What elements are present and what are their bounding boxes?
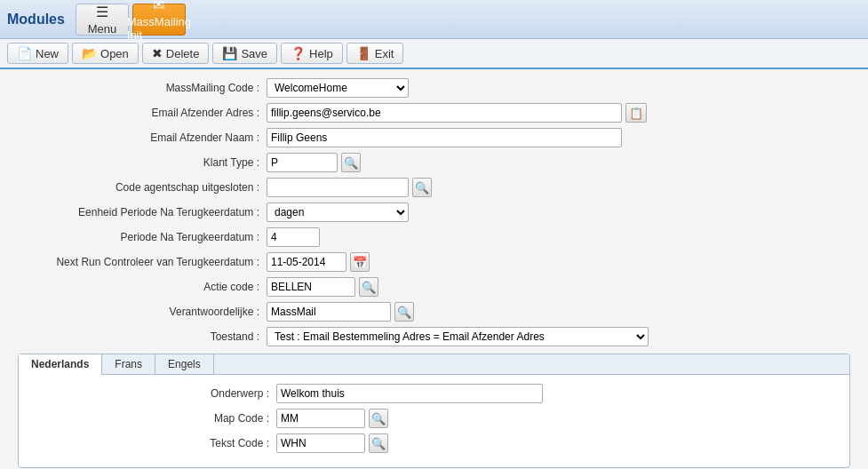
next-run-row: Next Run Controleer van Terugkeerdatum :… <box>18 252 850 272</box>
code-agentschap-label: Code agentschap uitgesloten : <box>18 181 267 194</box>
search-icon: 🔍 <box>371 437 386 450</box>
email-afzender-naam-control <box>267 128 850 147</box>
massmailing-code-select[interactable]: WelcomeHome <box>267 78 409 98</box>
email-afzender-naam-label: Email Afzender Naam : <box>18 131 267 144</box>
code-agentschap-input[interactable] <box>267 178 409 197</box>
eenheid-periode-label: Eenheid Periode Na Terugkeerdatum : <box>18 206 267 219</box>
save-icon: 💾 <box>222 46 237 60</box>
onderwerp-control <box>276 384 840 403</box>
action-bar: 📄 New 📂 Open ✖ Delete 💾 Save ❓ Help 🚪 Ex… <box>0 39 868 69</box>
actie-code-label: Actie code : <box>18 281 267 293</box>
klant-type-control: 🔍 <box>267 153 850 172</box>
menu-icon: ☰ <box>96 4 108 20</box>
actie-code-input[interactable] <box>267 277 355 297</box>
email-afzender-adres-control: 📋 <box>267 103 850 123</box>
tab-frans[interactable]: Frans <box>102 354 155 374</box>
actie-code-control: 🔍 <box>267 277 850 297</box>
new-icon: 📄 <box>17 46 32 60</box>
delete-button[interactable]: ✖ Delete <box>142 43 210 64</box>
exit-button[interactable]: 🚪 Exit <box>346 43 404 64</box>
help-button[interactable]: ❓ Help <box>281 43 343 64</box>
massmailing-code-control: WelcomeHome <box>267 78 850 98</box>
verantwoordelijke-search-button[interactable]: 🔍 <box>394 302 414 322</box>
klant-type-search-button[interactable]: 🔍 <box>341 153 361 172</box>
tabs-content: Onderwerp : Map Code : 🔍 Tekst Code : <box>19 375 849 467</box>
onderwerp-label: Onderwerp : <box>28 387 276 400</box>
search-icon: 🔍 <box>397 306 411 319</box>
search-icon: 🔍 <box>344 156 358 170</box>
massmailing-code-label: MassMailing Code : <box>18 82 267 94</box>
new-button[interactable]: 📄 New <box>7 43 68 64</box>
massmailing-icon: ✉ <box>153 0 164 13</box>
delete-icon: ✖ <box>152 46 163 60</box>
calendar-button[interactable]: 📅 <box>350 252 370 272</box>
verantwoordelijke-control: 🔍 <box>267 302 850 322</box>
periode-na-input[interactable] <box>267 227 320 247</box>
tekst-code-search-button[interactable]: 🔍 <box>369 433 388 453</box>
main-content: MassMailing Code : WelcomeHome Email Afz… <box>0 69 868 469</box>
verantwoordelijke-input[interactable] <box>267 302 391 322</box>
tekst-code-input[interactable] <box>276 433 365 453</box>
map-code-label: Map Code : <box>28 412 276 425</box>
map-code-control: 🔍 <box>276 409 840 428</box>
save-button[interactable]: 💾 Save <box>212 43 277 64</box>
help-label: Help <box>309 47 333 60</box>
tabs-section: Nederlands Frans Engels Onderwerp : Map … <box>18 354 850 468</box>
klant-type-input[interactable] <box>267 153 338 172</box>
exit-label: Exit <box>375 47 394 60</box>
verantwoordelijke-label: Verantwoordelijke : <box>18 306 267 318</box>
onderwerp-input[interactable] <box>276 384 543 403</box>
open-icon: 📂 <box>82 46 97 60</box>
menu-button[interactable]: ☰ Menu <box>76 4 129 36</box>
actie-code-search-button[interactable]: 🔍 <box>359 277 378 297</box>
tab-nederlands[interactable]: Nederlands <box>19 354 102 375</box>
next-run-control: 📅 <box>267 252 850 272</box>
tekst-code-label: Tekst Code : <box>28 437 276 449</box>
map-code-input[interactable] <box>276 409 365 428</box>
toestand-select[interactable]: Test : Email Bestemmeling Adres = Email … <box>267 327 649 346</box>
tab-engels[interactable]: Engels <box>155 354 214 374</box>
exit-icon: 🚪 <box>356 46 371 60</box>
help-icon: ❓ <box>291 46 306 60</box>
periode-na-label: Periode Na Terugkeerdatum : <box>18 231 267 243</box>
header-bar: Modules ☰ Menu ✉ MassMailing Init <box>0 0 868 39</box>
massmailing-label: MassMailing Init <box>127 15 191 42</box>
map-code-search-button[interactable]: 🔍 <box>369 409 388 428</box>
open-label: Open <box>100 47 129 60</box>
code-agentschap-row: Code agentschap uitgesloten : 🔍 <box>18 178 850 197</box>
calendar-icon: 📅 <box>353 256 367 269</box>
next-run-label: Next Run Controleer van Terugkeerdatum : <box>18 256 267 268</box>
periode-na-control <box>267 227 850 247</box>
search-icon: 🔍 <box>371 412 386 425</box>
eenheid-periode-select[interactable]: dagen <box>267 203 409 222</box>
klant-type-row: Klant Type : 🔍 <box>18 153 850 172</box>
copy-button[interactable]: 📋 <box>625 103 647 123</box>
next-run-input[interactable] <box>267 252 346 272</box>
open-button[interactable]: 📂 Open <box>72 43 139 64</box>
tabs-header: Nederlands Frans Engels <box>19 354 849 375</box>
map-code-row: Map Code : 🔍 <box>28 409 840 428</box>
email-afzender-adres-row: Email Afzender Adres : 📋 <box>18 103 850 123</box>
massmailing-init-button[interactable]: ✉ MassMailing Init <box>132 4 186 36</box>
search-icon: 🔍 <box>362 281 376 294</box>
eenheid-periode-row: Eenheid Periode Na Terugkeerdatum : dage… <box>18 203 850 222</box>
code-agentschap-control: 🔍 <box>267 178 850 197</box>
menu-label: Menu <box>88 22 117 36</box>
search-icon: 🔍 <box>415 181 429 195</box>
email-afzender-adres-input[interactable] <box>267 103 622 123</box>
massmailing-code-row: MassMailing Code : WelcomeHome <box>18 78 850 98</box>
delete-label: Delete <box>166 47 200 60</box>
toestand-row: Toestand : Test : Email Bestemmeling Adr… <box>18 327 850 346</box>
email-afzender-adres-label: Email Afzender Adres : <box>18 107 267 119</box>
copy-icon: 📋 <box>629 107 643 120</box>
toestand-control: Test : Email Bestemmeling Adres = Email … <box>267 327 850 346</box>
tekst-code-control: 🔍 <box>276 433 840 453</box>
new-label: New <box>36 47 59 60</box>
tekst-code-row: Tekst Code : 🔍 <box>28 433 840 453</box>
eenheid-periode-control: dagen <box>267 203 850 222</box>
periode-na-row: Periode Na Terugkeerdatum : <box>18 227 850 247</box>
toestand-label: Toestand : <box>18 330 267 343</box>
code-agentschap-search-button[interactable]: 🔍 <box>412 178 432 197</box>
email-afzender-naam-row: Email Afzender Naam : <box>18 128 850 147</box>
email-afzender-naam-input[interactable] <box>267 128 622 147</box>
